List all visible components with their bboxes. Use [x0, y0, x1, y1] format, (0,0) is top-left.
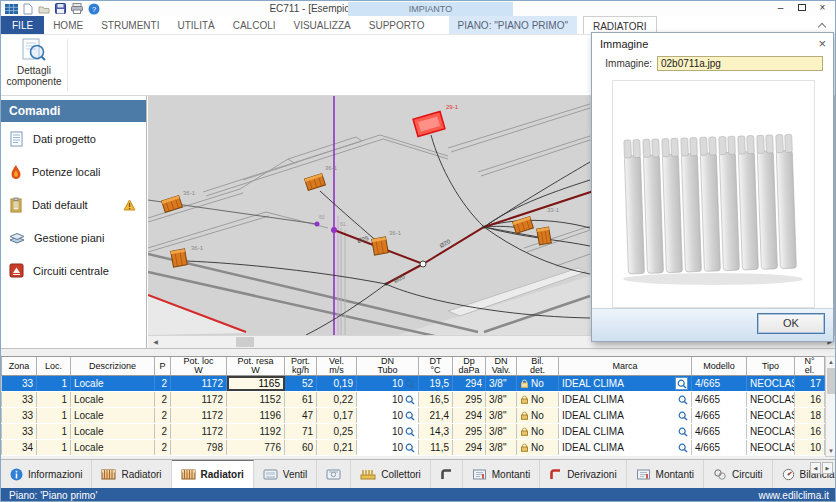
- tabs-scroll-right-icon[interactable]: ▶: [822, 462, 833, 474]
- scroll-up-icon[interactable]: ▲: [826, 357, 836, 367]
- cell-port[interactable]: 52: [285, 376, 317, 391]
- column-header-dt[interactable]: DT °C: [419, 357, 453, 375]
- cell-p[interactable]: 2: [155, 424, 171, 439]
- radiator-symbol[interactable]: [171, 249, 188, 267]
- cell-n[interactable]: 17: [795, 376, 825, 391]
- sidebar-item-potenze-locali[interactable]: Potenze locali: [1, 155, 146, 188]
- cell-modello[interactable]: 4/665: [692, 440, 747, 455]
- bottom-tab-elbow-dark[interactable]: [431, 460, 463, 488]
- bottom-tab-collettori[interactable]: Collettori: [351, 460, 430, 488]
- sidebar-item-circuiti-centrale[interactable]: Circuiti centrale: [1, 254, 146, 287]
- column-header-modello[interactable]: Modello: [692, 357, 747, 375]
- cell-loc[interactable]: 1: [37, 392, 71, 407]
- cell-bil[interactable]: No: [517, 376, 559, 391]
- column-header-descrizione[interactable]: Descrizione: [71, 357, 155, 375]
- cell-bil[interactable]: No: [517, 392, 559, 407]
- immagine-filename-input[interactable]: [657, 56, 823, 71]
- open-file-icon[interactable]: [38, 4, 50, 14]
- pipe-node[interactable]: [420, 261, 426, 267]
- cell-dn[interactable]: 3/8": [486, 424, 517, 439]
- riser-node[interactable]: [315, 222, 320, 227]
- marca-lookup-button[interactable]: [675, 377, 688, 390]
- cell-loc[interactable]: 1: [37, 376, 71, 391]
- cell-bil[interactable]: No: [517, 424, 559, 439]
- sidebar-item-gestione-piani[interactable]: Gestione piani: [1, 221, 146, 254]
- dialog-close-icon[interactable]: ×: [818, 36, 826, 51]
- cell-dp[interactable]: 295: [453, 424, 486, 439]
- sidebar-item-dati-progetto[interactable]: Dati progetto: [1, 122, 146, 155]
- ribbon-tab-supporto[interactable]: SUPPORTO: [360, 16, 434, 34]
- sidebar-item-dati-default[interactable]: Dati default: [1, 188, 146, 221]
- column-header-marca[interactable]: Marca: [559, 357, 692, 375]
- column-header-pot-loc[interactable]: Pot. loc W: [171, 357, 227, 375]
- cell-descrizione[interactable]: Locale: [71, 376, 155, 391]
- bottom-tab-derivazioni[interactable]: Derivazioni: [540, 460, 626, 488]
- tabs-scroll-left-icon[interactable]: ◀: [810, 462, 821, 474]
- cell-p[interactable]: 2: [155, 392, 171, 407]
- close-button[interactable]: ×: [812, 1, 833, 15]
- cell-pot-loc[interactable]: 1172: [171, 424, 227, 439]
- cell-descrizione[interactable]: Locale: [71, 440, 155, 455]
- cell-pot-resa[interactable]: 1196: [227, 408, 285, 423]
- collapse-ribbon-icon[interactable]: [817, 22, 827, 30]
- cell-port[interactable]: 60: [285, 440, 317, 455]
- cell-bil[interactable]: No: [517, 408, 559, 423]
- cell-tipo[interactable]: NEOCLASSIC: [747, 440, 795, 455]
- ribbon-tab-home[interactable]: HOME: [44, 16, 92, 34]
- cell-marca[interactable]: IDEAL CLIMA: [559, 408, 692, 423]
- dettagli-componente-button[interactable]: Dettagli componente: [3, 37, 65, 93]
- cell-modello[interactable]: 4/665: [692, 408, 747, 423]
- cell-p[interactable]: 2: [155, 376, 171, 391]
- cell-marca[interactable]: IDEAL CLIMA: [559, 440, 692, 455]
- riser-node[interactable]: [331, 227, 337, 233]
- column-header-dn[interactable]: DN Valv.: [486, 357, 517, 375]
- ribbon-tab-calcoli[interactable]: CALCOLI: [224, 16, 285, 34]
- column-header-vel[interactable]: Vel. m/s: [317, 357, 357, 375]
- cell-dn[interactable]: 10: [357, 376, 419, 391]
- cell-zona[interactable]: 33: [1, 408, 37, 423]
- column-header-dn[interactable]: DN Tubo: [357, 357, 419, 375]
- cell-tipo[interactable]: NEOCLASSIC: [747, 392, 795, 407]
- table-row[interactable]: 331Locale211721196470,171021,42943/8"NoI…: [1, 408, 825, 424]
- bottom-tab-informazioni[interactable]: Informazioni: [1, 460, 92, 488]
- column-header-bil[interactable]: Bil. det.: [517, 357, 559, 375]
- bottom-tab-montanti[interactable]: Montanti: [627, 460, 704, 488]
- cell-n[interactable]: 10: [795, 440, 825, 455]
- cell-dt[interactable]: 16,5: [419, 392, 453, 407]
- cell-vel[interactable]: 0,25: [317, 424, 357, 439]
- cell-dn[interactable]: 10: [357, 424, 419, 439]
- column-header-pot-resa[interactable]: Pot. resa W: [227, 357, 285, 375]
- cell-dn[interactable]: 3/8": [486, 408, 517, 423]
- cell-zona[interactable]: 33: [1, 376, 37, 391]
- cell-vel[interactable]: 0,21: [317, 440, 357, 455]
- cell-port[interactable]: 47: [285, 408, 317, 423]
- column-header-dp[interactable]: Dp daPa: [453, 357, 486, 375]
- cell-descrizione[interactable]: Locale: [71, 408, 155, 423]
- cell-pot-resa[interactable]: 1152: [227, 392, 285, 407]
- cell-tipo[interactable]: NEOCLASSIC: [747, 376, 795, 391]
- save-icon[interactable]: [55, 3, 66, 14]
- cell-tipo[interactable]: NEOCLASSIC: [747, 424, 795, 439]
- scroll-left-icon[interactable]: ◀: [149, 336, 162, 348]
- cell-dn[interactable]: 10: [357, 392, 419, 407]
- cell-loc[interactable]: 1: [37, 424, 71, 439]
- new-document-icon[interactable]: [23, 3, 33, 15]
- cell-p[interactable]: 2: [155, 408, 171, 423]
- scrollbar-thumb[interactable]: [236, 337, 254, 347]
- cell-pot-loc[interactable]: 1172: [171, 392, 227, 407]
- app-logo-icon[interactable]: [5, 4, 18, 14]
- cell-loc[interactable]: 1: [37, 408, 71, 423]
- cell-n[interactable]: 16: [795, 392, 825, 407]
- table-row[interactable]: 341Locale2798776600,211011,52943/8"NoIDE…: [1, 440, 825, 456]
- help-icon[interactable]: ?: [88, 3, 100, 15]
- cell-pot-loc[interactable]: 798: [171, 440, 227, 455]
- cell-tipo[interactable]: NEOCLASSIC: [747, 408, 795, 423]
- column-header-n[interactable]: N° el.: [795, 357, 825, 375]
- cell-zona[interactable]: 33: [1, 424, 37, 439]
- cell-pot-resa[interactable]: 776: [227, 440, 285, 455]
- column-header-zona[interactable]: Zona: [1, 357, 37, 375]
- cell-dt[interactable]: 14,3: [419, 424, 453, 439]
- cell-port[interactable]: 71: [285, 424, 317, 439]
- status-website[interactable]: www.edilclima.it: [758, 488, 829, 502]
- cell-dn[interactable]: 3/8": [486, 376, 517, 391]
